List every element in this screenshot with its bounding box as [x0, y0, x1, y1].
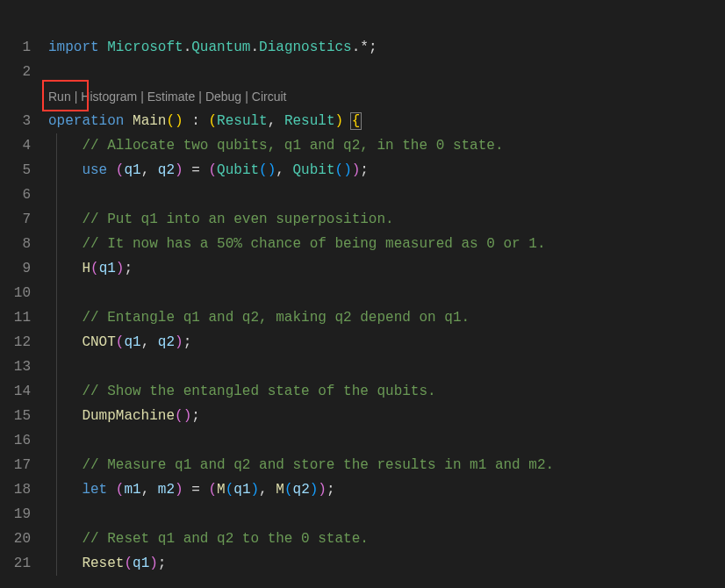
- identifier: q2: [158, 162, 175, 178]
- identifier: m2: [158, 482, 175, 498]
- identifier: q1: [233, 482, 250, 498]
- line-number: 20: [0, 527, 31, 551]
- line-number: 3: [0, 84, 31, 133]
- keyword-operation: operation: [48, 113, 124, 129]
- namespace-part: Microsoft: [107, 39, 183, 55]
- function-call: M: [276, 482, 284, 498]
- identifier: q1: [99, 261, 116, 276]
- code-line[interactable]: [48, 60, 725, 84]
- code-line[interactable]: use (q1, q2) = (Qubit(), Qubit());: [48, 158, 725, 183]
- code-editor: 1 2 3 4 5 6 7 8 9 10 11 12 13 14 15 16 1…: [0, 0, 725, 588]
- type-qubit: Qubit: [217, 162, 259, 178]
- identifier: q1: [124, 162, 140, 178]
- code-line[interactable]: [48, 355, 725, 379]
- code-line[interactable]: // Show the entangled state of the qubit…: [48, 379, 725, 404]
- comment: // Reset q1 and q2 to the 0 state.: [82, 531, 368, 547]
- line-number: 9: [0, 256, 31, 281]
- open-brace: {: [350, 112, 362, 130]
- line-number: 21: [0, 551, 31, 576]
- code-line[interactable]: // Allocate two qubits, q1 and q2, in th…: [48, 133, 725, 158]
- comment: // Allocate two qubits, q1 and q2, in th…: [82, 138, 503, 154]
- line-number: 4: [0, 133, 31, 158]
- keyword-let: let: [82, 482, 107, 498]
- function-name: Main: [133, 113, 166, 129]
- codelens-run[interactable]: Run: [48, 90, 71, 104]
- function-call: M: [217, 482, 226, 498]
- comment: // Measure q1 and q2 and store the resul…: [82, 457, 554, 473]
- type-result: Result: [217, 113, 268, 129]
- line-number: 14: [0, 379, 31, 404]
- function-call: Reset: [82, 556, 124, 571]
- code-area[interactable]: import Microsoft.Quantum.Diagnostics.*; …: [48, 35, 725, 588]
- code-line[interactable]: [48, 183, 725, 207]
- code-line[interactable]: // Put q1 into an even superposition.: [48, 207, 725, 232]
- code-line[interactable]: // It now has a 50% chance of being meas…: [48, 232, 725, 256]
- line-number: 1: [0, 35, 31, 60]
- line-number: 10: [0, 281, 31, 305]
- line-number: 2: [0, 60, 31, 84]
- type-result: Result: [284, 113, 335, 129]
- code-line[interactable]: CNOT(q1, q2);: [48, 330, 725, 355]
- line-number: 17: [0, 453, 31, 477]
- identifier: q2: [158, 334, 175, 350]
- code-line[interactable]: Reset(q1);: [48, 551, 725, 576]
- line-number: 8: [0, 232, 31, 256]
- keyword-import: import: [48, 39, 99, 55]
- comment: // Put q1 into an even superposition.: [82, 212, 393, 227]
- code-line[interactable]: // Entangle q1 and q2, making q2 depend …: [48, 305, 725, 330]
- identifier: q1: [124, 334, 140, 350]
- codelens-row: Run|Histogram|Estimate|Debug|Circuit: [48, 84, 725, 109]
- code-line[interactable]: DumpMachine();: [48, 404, 725, 428]
- code-line[interactable]: let (m1, m2) = (M(q1), M(q2));: [48, 477, 725, 502]
- codelens-debug[interactable]: Debug: [205, 90, 241, 104]
- line-number: 12: [0, 330, 31, 355]
- identifier: q1: [133, 556, 149, 571]
- line-number-gutter: 1 2 3 4 5 6 7 8 9 10 11 12 13 14 15 16 1…: [0, 35, 48, 588]
- type-qubit: Qubit: [293, 162, 335, 178]
- comment: // Entangle q1 and q2, making q2 depend …: [82, 310, 470, 326]
- comment: // Show the entangled state of the qubit…: [82, 384, 435, 399]
- line-number: 16: [0, 428, 31, 453]
- comment: // It now has a 50% chance of being meas…: [82, 236, 545, 252]
- codelens-estimate[interactable]: Estimate: [147, 90, 195, 104]
- namespace-part: Diagnostics: [259, 39, 352, 55]
- code-line[interactable]: [48, 281, 725, 305]
- codelens-circuit[interactable]: Circuit: [252, 90, 287, 104]
- line-number: 15: [0, 404, 31, 428]
- code-line[interactable]: // Measure q1 and q2 and store the resul…: [48, 453, 725, 477]
- line-number: 11: [0, 305, 31, 330]
- code-line[interactable]: [48, 428, 725, 453]
- identifier: m1: [124, 482, 140, 498]
- line-number: 7: [0, 207, 31, 232]
- line-number: 6: [0, 183, 31, 207]
- codelens-histogram[interactable]: Histogram: [81, 90, 137, 104]
- code-line[interactable]: [48, 502, 725, 527]
- line-number: 19: [0, 502, 31, 527]
- identifier: q2: [293, 482, 310, 498]
- codelens: Run|Histogram|Estimate|Debug|Circuit: [48, 84, 286, 109]
- keyword-use: use: [82, 162, 107, 178]
- line-number: 18: [0, 477, 31, 502]
- code-line[interactable]: operation Main() : (Result, Result) {: [48, 109, 725, 133]
- line-number: 5: [0, 158, 31, 183]
- function-call: CNOT: [82, 334, 115, 350]
- code-line[interactable]: // Reset q1 and q2 to the 0 state.: [48, 527, 725, 551]
- namespace-part: Quantum: [191, 39, 250, 55]
- code-line[interactable]: import Microsoft.Quantum.Diagnostics.*;: [48, 35, 725, 60]
- code-line[interactable]: H(q1);: [48, 256, 725, 281]
- line-number: 13: [0, 355, 31, 379]
- function-call: H: [82, 261, 90, 276]
- function-call: DumpMachine: [82, 408, 175, 424]
